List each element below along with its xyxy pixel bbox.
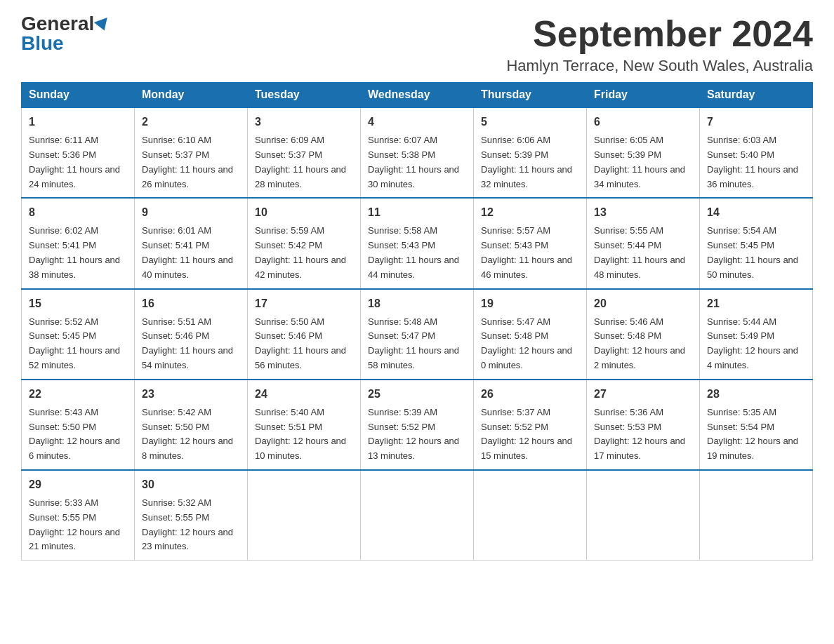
day-info: Sunrise: 5:55 AMSunset: 5:44 PMDaylight:…	[594, 224, 692, 282]
day-number: 24	[255, 386, 353, 403]
day-number: 4	[368, 114, 466, 130]
day-info: Sunrise: 5:46 AMSunset: 5:48 PMDaylight:…	[594, 315, 692, 373]
day-info: Sunrise: 5:40 AMSunset: 5:51 PMDaylight:…	[255, 405, 353, 464]
day-number: 2	[142, 114, 240, 130]
location-title: Hamlyn Terrace, New South Wales, Austral…	[506, 57, 813, 75]
day-number: 1	[29, 114, 127, 130]
calendar-day-cell: 29Sunrise: 5:33 AMSunset: 5:55 PMDayligh…	[22, 470, 135, 561]
calendar-day-cell	[587, 470, 700, 561]
day-info: Sunrise: 6:09 AMSunset: 5:37 PMDaylight:…	[255, 133, 353, 192]
day-number: 30	[142, 476, 240, 493]
day-info: Sunrise: 5:44 AMSunset: 5:49 PMDaylight:…	[707, 315, 805, 373]
day-info: Sunrise: 5:47 AMSunset: 5:48 PMDaylight:…	[481, 315, 579, 373]
day-info: Sunrise: 5:36 AMSunset: 5:53 PMDaylight:…	[594, 405, 692, 464]
calendar-day-cell: 24Sunrise: 5:40 AMSunset: 5:51 PMDayligh…	[248, 380, 361, 470]
logo-text: General Blue	[21, 14, 110, 53]
calendar-header-friday: Friday	[587, 83, 700, 108]
day-info: Sunrise: 6:07 AMSunset: 5:38 PMDaylight:…	[368, 133, 466, 192]
day-info: Sunrise: 5:52 AMSunset: 5:45 PMDaylight:…	[29, 315, 127, 373]
day-number: 26	[481, 386, 579, 403]
day-info: Sunrise: 6:05 AMSunset: 5:39 PMDaylight:…	[594, 133, 692, 192]
calendar-header-wednesday: Wednesday	[361, 83, 474, 108]
day-info: Sunrise: 5:54 AMSunset: 5:45 PMDaylight:…	[707, 224, 805, 282]
page-header: General Blue September 2024 Hamlyn Terra…	[21, 14, 813, 75]
calendar-day-cell	[474, 470, 587, 561]
day-number: 21	[707, 295, 805, 312]
calendar-day-cell: 28Sunrise: 5:35 AMSunset: 5:54 PMDayligh…	[700, 380, 813, 470]
day-number: 22	[29, 386, 127, 403]
day-number: 12	[481, 204, 579, 221]
calendar-day-cell: 16Sunrise: 5:51 AMSunset: 5:46 PMDayligh…	[135, 289, 248, 380]
calendar-day-cell: 5Sunrise: 6:06 AMSunset: 5:39 PMDaylight…	[474, 107, 587, 198]
calendar-day-cell: 18Sunrise: 5:48 AMSunset: 5:47 PMDayligh…	[361, 289, 474, 380]
day-number: 7	[707, 114, 805, 130]
logo-blue-text: Blue	[21, 32, 64, 54]
day-info: Sunrise: 6:11 AMSunset: 5:36 PMDaylight:…	[29, 133, 127, 192]
day-info: Sunrise: 6:10 AMSunset: 5:37 PMDaylight:…	[142, 133, 240, 192]
day-info: Sunrise: 5:35 AMSunset: 5:54 PMDaylight:…	[707, 405, 805, 464]
day-info: Sunrise: 5:33 AMSunset: 5:55 PMDaylight:…	[29, 496, 127, 554]
calendar-day-cell	[700, 470, 813, 561]
calendar-week-row: 1Sunrise: 6:11 AMSunset: 5:36 PMDaylight…	[22, 107, 813, 198]
day-number: 10	[255, 204, 353, 221]
day-info: Sunrise: 5:32 AMSunset: 5:55 PMDaylight:…	[142, 496, 240, 554]
day-info: Sunrise: 5:37 AMSunset: 5:52 PMDaylight:…	[481, 405, 579, 464]
day-info: Sunrise: 6:01 AMSunset: 5:41 PMDaylight:…	[142, 224, 240, 282]
day-number: 15	[29, 295, 127, 312]
logo: General Blue	[21, 14, 110, 53]
calendar-header-row: SundayMondayTuesdayWednesdayThursdayFrid…	[22, 83, 813, 108]
day-number: 29	[29, 476, 127, 493]
calendar-day-cell: 26Sunrise: 5:37 AMSunset: 5:52 PMDayligh…	[474, 380, 587, 470]
calendar-day-cell: 1Sunrise: 6:11 AMSunset: 5:36 PMDaylight…	[22, 107, 135, 198]
calendar-day-cell: 17Sunrise: 5:50 AMSunset: 5:46 PMDayligh…	[248, 289, 361, 380]
calendar-week-row: 8Sunrise: 6:02 AMSunset: 5:41 PMDaylight…	[22, 198, 813, 288]
day-info: Sunrise: 5:59 AMSunset: 5:42 PMDaylight:…	[255, 224, 353, 282]
calendar-day-cell: 2Sunrise: 6:10 AMSunset: 5:37 PMDaylight…	[135, 107, 248, 198]
day-info: Sunrise: 5:48 AMSunset: 5:47 PMDaylight:…	[368, 315, 466, 373]
day-info: Sunrise: 6:06 AMSunset: 5:39 PMDaylight:…	[481, 133, 579, 192]
day-number: 14	[707, 204, 805, 221]
calendar-week-row: 29Sunrise: 5:33 AMSunset: 5:55 PMDayligh…	[22, 470, 813, 561]
day-number: 3	[255, 114, 353, 130]
calendar-day-cell: 12Sunrise: 5:57 AMSunset: 5:43 PMDayligh…	[474, 198, 587, 288]
calendar-week-row: 15Sunrise: 5:52 AMSunset: 5:45 PMDayligh…	[22, 289, 813, 380]
day-info: Sunrise: 5:50 AMSunset: 5:46 PMDaylight:…	[255, 315, 353, 373]
calendar-header-monday: Monday	[135, 83, 248, 108]
calendar-day-cell: 27Sunrise: 5:36 AMSunset: 5:53 PMDayligh…	[587, 380, 700, 470]
day-info: Sunrise: 6:03 AMSunset: 5:40 PMDaylight:…	[707, 133, 805, 192]
day-number: 11	[368, 204, 466, 221]
day-number: 18	[368, 295, 466, 312]
day-number: 16	[142, 295, 240, 312]
day-number: 6	[594, 114, 692, 130]
day-number: 28	[707, 386, 805, 403]
calendar-header-thursday: Thursday	[474, 83, 587, 108]
calendar-day-cell: 7Sunrise: 6:03 AMSunset: 5:40 PMDaylight…	[700, 107, 813, 198]
calendar-day-cell: 21Sunrise: 5:44 AMSunset: 5:49 PMDayligh…	[700, 289, 813, 380]
day-number: 9	[142, 204, 240, 221]
calendar-day-cell: 14Sunrise: 5:54 AMSunset: 5:45 PMDayligh…	[700, 198, 813, 288]
month-title: September 2024	[506, 14, 813, 54]
calendar-day-cell: 10Sunrise: 5:59 AMSunset: 5:42 PMDayligh…	[248, 198, 361, 288]
calendar-day-cell: 9Sunrise: 6:01 AMSunset: 5:41 PMDaylight…	[135, 198, 248, 288]
day-info: Sunrise: 6:02 AMSunset: 5:41 PMDaylight:…	[29, 224, 127, 282]
calendar-day-cell: 11Sunrise: 5:58 AMSunset: 5:43 PMDayligh…	[361, 198, 474, 288]
calendar-day-cell	[248, 470, 361, 561]
calendar-day-cell: 30Sunrise: 5:32 AMSunset: 5:55 PMDayligh…	[135, 470, 248, 561]
calendar-week-row: 22Sunrise: 5:43 AMSunset: 5:50 PMDayligh…	[22, 380, 813, 470]
day-info: Sunrise: 5:43 AMSunset: 5:50 PMDaylight:…	[29, 405, 127, 464]
day-number: 23	[142, 386, 240, 403]
calendar-header-sunday: Sunday	[22, 83, 135, 108]
title-area: September 2024 Hamlyn Terrace, New South…	[506, 14, 813, 75]
day-number: 13	[594, 204, 692, 221]
day-number: 25	[368, 386, 466, 403]
calendar-header-tuesday: Tuesday	[248, 83, 361, 108]
calendar-day-cell	[361, 470, 474, 561]
day-number: 27	[594, 386, 692, 403]
day-number: 19	[481, 295, 579, 312]
day-info: Sunrise: 5:39 AMSunset: 5:52 PMDaylight:…	[368, 405, 466, 464]
day-info: Sunrise: 5:51 AMSunset: 5:46 PMDaylight:…	[142, 315, 240, 373]
day-info: Sunrise: 5:57 AMSunset: 5:43 PMDaylight:…	[481, 224, 579, 282]
calendar-day-cell: 20Sunrise: 5:46 AMSunset: 5:48 PMDayligh…	[587, 289, 700, 380]
day-number: 8	[29, 204, 127, 221]
calendar-day-cell: 13Sunrise: 5:55 AMSunset: 5:44 PMDayligh…	[587, 198, 700, 288]
